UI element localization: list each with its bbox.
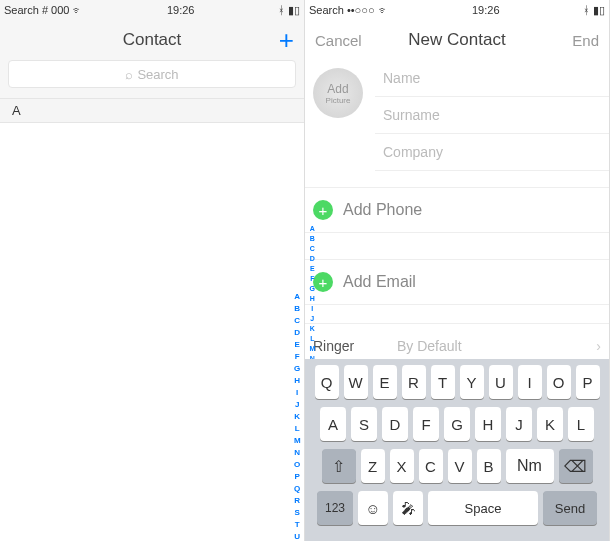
space-key[interactable]: Space	[428, 491, 538, 525]
keyboard: QWERTYUIOP ASDFGHJKL ⇧ ZXCVB Nm ⌫ 123 ☺ …	[305, 359, 609, 541]
key-r[interactable]: R	[402, 365, 426, 399]
chevron-right-icon: ›	[596, 338, 601, 354]
carrier: Search ••○○○	[309, 4, 375, 16]
company-field[interactable]: Company	[375, 134, 609, 171]
key-g[interactable]: G	[444, 407, 470, 441]
bluetooth-icon: ᚼ	[583, 4, 590, 16]
key-y[interactable]: Y	[460, 365, 484, 399]
status-bar: Search # 000 ᯤ 19:26 ᚼ▮▯	[0, 0, 304, 20]
plus-icon: +	[313, 200, 333, 220]
cancel-button[interactable]: Cancel	[315, 32, 362, 49]
key-f[interactable]: F	[413, 407, 439, 441]
key-s[interactable]: S	[351, 407, 377, 441]
key-a[interactable]: A	[320, 407, 346, 441]
backspace-key[interactable]: ⌫	[559, 449, 593, 483]
add-photo-label: Add	[327, 82, 348, 96]
add-email-row[interactable]: + Add Email	[305, 259, 609, 305]
key-q[interactable]: Q	[315, 365, 339, 399]
key-v[interactable]: V	[448, 449, 472, 483]
status-bar: Search ••○○○ ᯤ 19:26 ᚼ▮▯	[305, 0, 609, 20]
add-photo-button[interactable]: Add Picture	[313, 68, 363, 118]
alpha-index[interactable]: A B C D E F G H I J K L M N O P Q R S T …	[293, 291, 301, 541]
key-c[interactable]: C	[419, 449, 443, 483]
page-title: Contact	[123, 30, 182, 50]
wifi-icon: ᯤ	[72, 4, 83, 16]
key-x[interactable]: X	[390, 449, 414, 483]
ringer-label: Ringer	[313, 338, 393, 354]
keyboard-row-2: ASDFGHJKL	[309, 407, 605, 441]
add-email-label: Add Email	[343, 273, 416, 291]
search-placeholder: Search	[137, 67, 178, 82]
key-i[interactable]: I	[518, 365, 542, 399]
key-z[interactable]: Z	[361, 449, 385, 483]
mic-key[interactable]: 🎤︎	[393, 491, 423, 525]
key-b[interactable]: B	[477, 449, 501, 483]
key-l[interactable]: L	[568, 407, 594, 441]
nm-key[interactable]: Nm	[506, 449, 554, 483]
clock: 19:26	[167, 4, 195, 16]
key-h[interactable]: H	[475, 407, 501, 441]
add-photo-sublabel: Picture	[326, 96, 351, 105]
add-phone-row[interactable]: + Add Phone	[305, 187, 609, 233]
battery-icon: ▮▯	[593, 4, 605, 17]
nav-bar: Cancel New Contact End	[305, 20, 609, 60]
key-p[interactable]: P	[576, 365, 600, 399]
key-e[interactable]: E	[373, 365, 397, 399]
plus-icon: +	[313, 272, 333, 292]
add-phone-label: Add Phone	[343, 201, 422, 219]
keyboard-row-3: ⇧ ZXCVB Nm ⌫	[309, 449, 605, 483]
key-u[interactable]: U	[489, 365, 513, 399]
keyboard-row-1: QWERTYUIOP	[309, 365, 605, 399]
carrier: Search # 000	[4, 4, 69, 16]
ringer-value: By Default	[393, 338, 596, 354]
bluetooth-icon: ᚼ	[278, 4, 285, 16]
key-d[interactable]: D	[382, 407, 408, 441]
battery-icon: ▮▯	[288, 4, 300, 17]
clock: 19:26	[472, 4, 500, 16]
key-t[interactable]: T	[431, 365, 455, 399]
add-contact-button[interactable]: +	[279, 25, 294, 56]
wifi-icon: ᯤ	[378, 4, 389, 16]
new-contact-screen: Search ••○○○ ᯤ 19:26 ᚼ▮▯ Cancel New Cont…	[305, 0, 610, 541]
send-key[interactable]: Send	[543, 491, 597, 525]
key-k[interactable]: K	[537, 407, 563, 441]
key-j[interactable]: J	[506, 407, 532, 441]
page-title: New Contact	[408, 30, 505, 50]
end-button[interactable]: End	[572, 32, 599, 49]
key-w[interactable]: W	[344, 365, 368, 399]
key-o[interactable]: O	[547, 365, 571, 399]
contact-list-screen: Search # 000 ᯤ 19:26 ᚼ▮▯ Contact + ⌕ Sea…	[0, 0, 305, 541]
emoji-key[interactable]: ☺	[358, 491, 388, 525]
keyboard-row-4: 123 ☺ 🎤︎ Space Send	[309, 491, 605, 525]
nav-bar: Contact +	[0, 20, 304, 60]
name-field[interactable]: Name	[375, 60, 609, 97]
surname-field[interactable]: Surname	[375, 97, 609, 134]
search-input[interactable]: ⌕ Search	[8, 60, 296, 88]
numbers-key[interactable]: 123	[317, 491, 353, 525]
section-header: A	[0, 98, 304, 123]
shift-key[interactable]: ⇧	[322, 449, 356, 483]
search-icon: ⌕	[125, 67, 133, 82]
